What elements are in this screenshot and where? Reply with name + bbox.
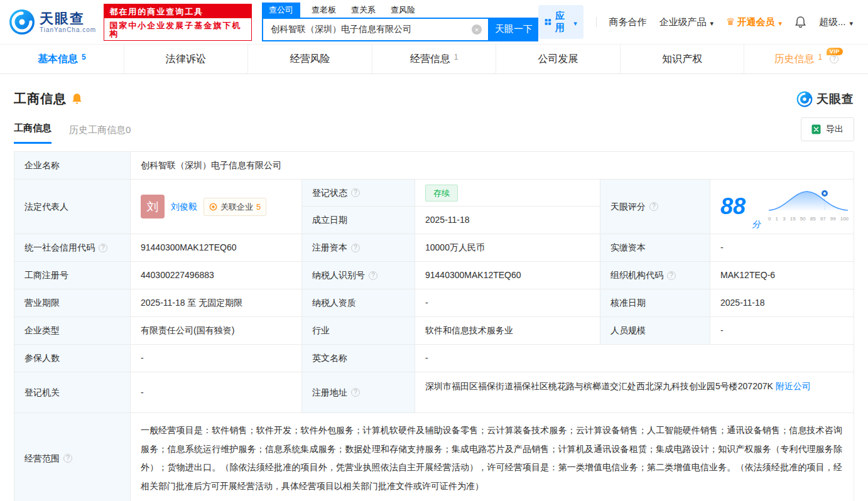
logo-swirl-icon — [9, 9, 35, 35]
search-row: 天眼一下 — [262, 18, 538, 41]
section-title: 工商信息 — [14, 90, 67, 107]
search-area: 查公司 查老板 查关系 查风险 天眼一下 — [262, 3, 538, 41]
help-icon[interactable] — [351, 244, 360, 252]
search-tab-company[interactable]: 查公司 — [262, 3, 300, 18]
score-chart: 0 1 3 15 50 85 97 99 100 — [767, 188, 850, 225]
reg-address-label: 注册地址 — [312, 386, 347, 399]
crown-icon — [726, 17, 735, 27]
apps-label: 应用 — [555, 10, 568, 34]
subscribe-bell-icon[interactable] — [72, 93, 82, 105]
establish-date-value: 2025-11-18 — [415, 207, 600, 234]
paid-capital-value: - — [710, 234, 854, 261]
menu-open-vip[interactable]: 开通会员 — [726, 16, 782, 28]
axis-tick: 99 — [830, 212, 836, 225]
org-code-label: 组织机构代码 — [610, 269, 663, 282]
logo-swirl-icon — [796, 91, 813, 107]
nearby-companies-link[interactable]: 附近公司 — [776, 381, 811, 391]
score-cell: 88 分 0 1 3 — [710, 180, 855, 234]
staff-size-value: - — [710, 317, 854, 344]
chevron-down-icon — [849, 17, 853, 28]
axis-tick: 0 — [768, 212, 771, 225]
tab-history-info[interactable]: VIP 历史信息 1 — [744, 45, 868, 73]
axis-tick: 15 — [790, 212, 796, 225]
tab-legal-litigation[interactable]: 法律诉讼 — [124, 45, 249, 73]
table-row: 参保人数 - 英文名称 - — [14, 345, 854, 372]
export-label: 导出 — [826, 124, 844, 135]
tab-count: 1 — [454, 53, 458, 62]
slogan-line1: 都在用的商业查询工具 — [104, 4, 251, 18]
menu-enterprise-product[interactable]: 企业级产品 — [659, 16, 714, 28]
field-label: 核准日期 — [600, 289, 710, 316]
legal-rep-link[interactable]: 刘俊毅 — [171, 200, 197, 213]
notification-bell-icon[interactable] — [795, 16, 806, 28]
reg-address-cell: 深圳市福田区福保街道福保社区桃花路与槟榔道交汇处西北深九科技创业园5号楼2072… — [415, 372, 854, 412]
grid-icon — [545, 17, 551, 27]
reg-authority-value: - — [131, 372, 302, 412]
field-label: 人员规模 — [600, 317, 710, 344]
tianyancha-logo[interactable]: 天眼查 TianYanCha.com — [9, 9, 96, 35]
reg-status-cell: 存续 — [415, 180, 600, 207]
field-label: 成立日期 — [302, 207, 415, 234]
help-icon[interactable] — [667, 271, 676, 280]
slogan-line2: 国家中小企业发展子基金旗下机构 — [104, 18, 251, 40]
field-label: 营业期限 — [14, 289, 131, 316]
apps-menu[interactable]: 应用 — [538, 5, 583, 39]
divider — [596, 17, 597, 27]
search-tab-relation[interactable]: 查关系 — [351, 4, 376, 16]
excel-icon — [811, 124, 821, 134]
field-label: 纳税人资质 — [302, 289, 415, 316]
logo-text: 天眼查 TianYanCha.com — [40, 11, 96, 33]
subtabs-row: 工商信息 历史工商信息0 导出 — [14, 117, 854, 144]
axis-tick: 100 — [840, 212, 849, 225]
tab-operation-risk[interactable]: 经营风险 — [248, 45, 372, 73]
clear-icon[interactable] — [472, 24, 482, 35]
field-label: 实缴资本 — [600, 234, 710, 261]
field-label: 法定代表人 — [14, 180, 131, 234]
search-input[interactable] — [263, 24, 472, 35]
avatar[interactable]: 刘 — [141, 195, 165, 218]
menu-super-vip[interactable]: 超级... — [819, 16, 853, 28]
tab-label: 历史信息 — [774, 53, 814, 66]
field-label: 企业类型 — [14, 317, 131, 344]
table-row: 登记机关 - 注册地址 深圳市福田区福保街道福保社区桃花路与槟榔道交汇处西北深九… — [14, 372, 854, 413]
reg-capital-value: 10000万人民币 — [415, 234, 600, 261]
subtab-business-info[interactable]: 工商信息 — [14, 122, 52, 144]
search-button[interactable]: 天眼一下 — [489, 18, 538, 41]
axis-tick: 85 — [810, 212, 816, 225]
subtab-history-business-info[interactable]: 历史工商信息0 — [69, 124, 131, 144]
related-icon — [209, 203, 217, 211]
help-icon[interactable] — [99, 244, 107, 252]
help-icon[interactable] — [649, 202, 658, 211]
table-row: 统一社会信用代码 91440300MAK12TEQ60 注册资本 10000万人… — [14, 234, 854, 262]
tab-label: 经营风险 — [290, 53, 330, 66]
menu-super-label: 超级... — [819, 16, 846, 28]
score-curve-icon — [767, 188, 850, 212]
company-name-value: 创科智联（深圳）电子信息有限公司 — [131, 152, 854, 179]
score-label: 天眼评分 — [610, 200, 646, 213]
tab-company-development[interactable]: 公司发展 — [496, 45, 621, 73]
table-row: 企业类型 有限责任公司(国有独资) 行业 软件和信息技术服务业 人员规模 - — [14, 317, 854, 345]
field-label: 参保人数 — [14, 345, 131, 372]
taxpayer-qualification-value: - — [415, 289, 600, 316]
help-icon[interactable] — [351, 388, 360, 397]
help-icon[interactable] — [369, 271, 377, 280]
help-icon[interactable] — [63, 454, 72, 463]
tab-basic-info[interactable]: 基本信息 5 — [0, 45, 124, 73]
top-header: 天眼查 TianYanCha.com 都在用的商业查询工具 国家中小企业发展子基… — [0, 0, 868, 44]
tianyancha-watermark: 天眼查 — [796, 91, 854, 107]
field-label: 英文名称 — [302, 345, 415, 372]
field-label: 行业 — [302, 317, 415, 344]
tab-label: 基本信息 — [38, 53, 78, 66]
export-button[interactable]: 导出 — [801, 117, 854, 141]
search-tab-risk[interactable]: 查风险 — [391, 4, 415, 16]
related-companies-badge[interactable]: 关联企业 5 — [203, 198, 266, 216]
help-icon[interactable] — [351, 188, 360, 197]
english-name-value: - — [415, 345, 854, 372]
tab-intellectual-property[interactable]: 知识产权 — [621, 45, 745, 73]
tab-operation-info[interactable]: 经营信息 1 — [372, 45, 497, 73]
help-icon[interactable] — [830, 55, 838, 63]
axis-tick: 50 — [800, 212, 806, 225]
brand-domain: TianYanCha.com — [40, 26, 96, 33]
menu-cooperation[interactable]: 商务合作 — [609, 16, 647, 28]
search-tab-boss[interactable]: 查老板 — [312, 4, 336, 16]
